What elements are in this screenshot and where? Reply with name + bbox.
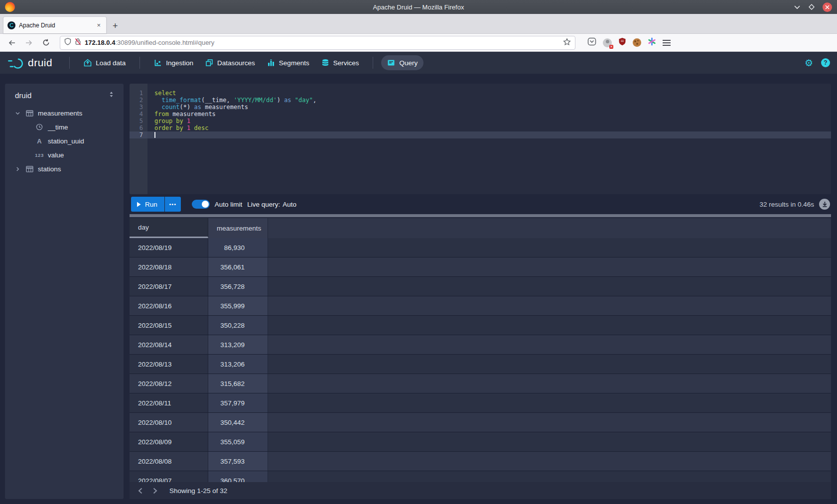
column-header-day[interactable]: day (130, 218, 208, 238)
cell-day[interactable]: 2022/08/08 (130, 452, 208, 471)
browser-tab[interactable]: Apache Druid × (3, 16, 107, 33)
table-row: 2022/08/09355,059 (130, 432, 831, 452)
prev-page-icon[interactable] (133, 484, 147, 498)
profile-extension-icon[interactable] (603, 38, 612, 47)
cell-measurements[interactable]: 86,930 (208, 238, 268, 257)
cell-measurements[interactable]: 355,059 (208, 432, 268, 451)
code-line[interactable]: count(*) as measurements (154, 104, 831, 111)
text-cursor (154, 132, 155, 138)
settings-gear-icon[interactable]: ⚙ (805, 58, 813, 68)
editor-code[interactable]: select time_format(__time, 'YYYY/MM/dd')… (147, 84, 831, 194)
chevron-right-icon[interactable] (15, 166, 21, 172)
cell-measurements[interactable]: 356,728 (208, 277, 268, 296)
asterisk-extension-icon[interactable] (648, 37, 656, 48)
cell-measurements[interactable]: 356,061 (208, 257, 268, 276)
pagination-label: Showing 1-25 of 32 (169, 487, 227, 495)
back-icon[interactable] (5, 36, 19, 49)
code-line[interactable] (147, 131, 831, 138)
ublock-extension-icon[interactable] (618, 37, 626, 48)
help-icon[interactable]: ? (821, 58, 830, 67)
tab-title: Apache Druid (19, 22, 92, 29)
tree-item-station_uuid[interactable]: Astation_uuid (10, 134, 119, 148)
cell-measurements[interactable]: 350,442 (208, 413, 268, 432)
splitter-handle[interactable] (130, 214, 831, 217)
nav-segments[interactable]: Segments (261, 55, 315, 70)
code-line[interactable]: group by 1 (154, 118, 831, 125)
column-header-measurements[interactable]: measurements (208, 218, 268, 238)
window-minimize-icon[interactable] (794, 4, 801, 9)
cell-day[interactable]: 2022/08/10 (130, 413, 208, 432)
cell-day[interactable]: 2022/08/07 (130, 471, 208, 482)
cell-measurements[interactable]: 313,209 (208, 335, 268, 354)
cell-day[interactable]: 2022/08/12 (130, 374, 208, 393)
chevron-down-icon[interactable] (15, 111, 21, 116)
cell-day[interactable]: 2022/08/16 (130, 296, 208, 315)
auto-limit-toggle[interactable] (192, 200, 210, 209)
cell-day[interactable]: 2022/08/13 (130, 355, 208, 374)
services-icon (321, 59, 329, 67)
new-tab-button[interactable]: + (107, 21, 124, 33)
cell-day[interactable]: 2022/08/18 (130, 257, 208, 276)
cell-measurements[interactable]: 357,979 (208, 393, 268, 412)
tab-close-icon[interactable]: × (95, 21, 102, 29)
sql-editor[interactable]: 1234567 select time_format(__time, 'YYYY… (130, 84, 831, 194)
code-line[interactable]: time_format(__time, 'YYYY/MM/dd') as "da… (154, 97, 831, 104)
cell-measurements[interactable]: 355,999 (208, 296, 268, 315)
live-query-value[interactable]: Auto (282, 201, 296, 208)
tree-item-measurements[interactable]: measurements (10, 106, 119, 120)
tree-item-__time[interactable]: __time (10, 120, 119, 134)
window-close-icon[interactable] (823, 2, 832, 12)
nav-load-data[interactable]: Load data (78, 55, 132, 70)
tree-item-label: measurements (38, 110, 82, 117)
cell-day[interactable]: 2022/08/11 (130, 393, 208, 412)
row-filler (268, 238, 831, 257)
download-icon[interactable] (819, 199, 830, 210)
pocket-icon[interactable] (587, 37, 596, 48)
druid-brand[interactable]: druid (7, 56, 52, 69)
table-type-icon (25, 166, 34, 172)
cell-measurements[interactable]: 315,682 (208, 374, 268, 393)
cell-measurements[interactable]: 357,593 (208, 452, 268, 471)
window-titlebar: Apache Druid — Mozilla Firefox (0, 0, 837, 14)
menu-icon[interactable] (663, 40, 671, 46)
url-text[interactable]: 172.18.0.4:30899/unified-console.html#qu… (85, 39, 559, 46)
code-line[interactable]: from measurements (154, 111, 831, 118)
tree-item-value[interactable]: 123value (10, 148, 119, 162)
cell-day[interactable]: 2022/08/19 (130, 238, 208, 257)
nav-query[interactable]: Query (381, 55, 423, 70)
table-row: 2022/08/17356,728 (130, 277, 831, 296)
forward-icon[interactable] (22, 36, 36, 49)
nav-load-data-label: Load data (96, 59, 126, 67)
nav-datasources[interactable]: Datasources (199, 55, 261, 70)
url-host: 172.18.0.4 (85, 39, 115, 46)
cell-measurements[interactable]: 350,228 (208, 316, 268, 335)
cell-day[interactable]: 2022/08/17 (130, 277, 208, 296)
window-title: Apache Druid — Mozilla Firefox (0, 3, 837, 11)
run-more-button[interactable]: ••• (165, 197, 181, 212)
cell-measurements[interactable]: 313,206 (208, 355, 268, 374)
nav-services[interactable]: Services (315, 55, 365, 70)
run-button[interactable]: Run (131, 197, 164, 212)
shield-icon[interactable] (64, 38, 71, 47)
time-type-icon (35, 124, 44, 130)
tree-item-stations[interactable]: stations (10, 162, 119, 176)
sort-double-caret-icon[interactable] (108, 91, 115, 100)
next-page-icon[interactable] (147, 484, 162, 498)
bookmark-star-icon[interactable] (563, 38, 571, 48)
cookie-extension-icon[interactable] (633, 38, 641, 47)
cell-day[interactable]: 2022/08/09 (130, 432, 208, 451)
code-line[interactable]: order by 1 desc (154, 125, 831, 131)
url-bar[interactable]: 172.18.0.4:30899/unified-console.html#qu… (60, 36, 575, 50)
cell-measurements[interactable]: 360,570 (208, 471, 268, 482)
lock-insecure-icon[interactable] (75, 38, 81, 47)
cell-day[interactable]: 2022/08/14 (130, 335, 208, 354)
reload-icon[interactable] (39, 36, 53, 49)
code-line[interactable]: select (154, 90, 831, 97)
nav-ingestion[interactable]: Ingestion (148, 55, 199, 70)
line-number: 2 (130, 97, 147, 104)
console-body: druid measurements__timeAstation_uuid123… (0, 74, 837, 504)
editor-gutter: 1234567 (130, 84, 147, 194)
window-maximize-icon[interactable] (809, 4, 815, 10)
cell-day[interactable]: 2022/08/15 (130, 316, 208, 335)
nav-query-label: Query (399, 59, 418, 67)
